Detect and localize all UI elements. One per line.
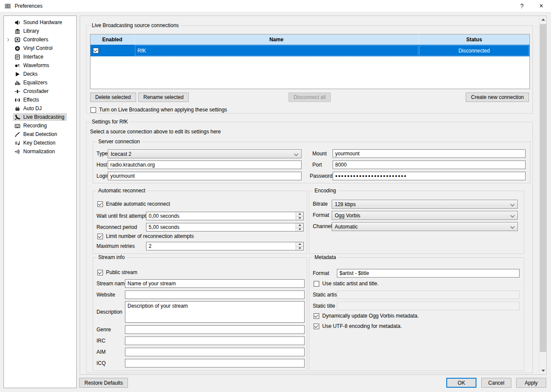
restore-defaults-button[interactable]: Restore Defaults	[79, 378, 128, 388]
sidebar-item-normalization[interactable]: Normalization	[4, 147, 76, 156]
reconnect-period-input[interactable]	[146, 223, 296, 231]
sidebar-item-sound-hardware[interactable]: Sound Hardware	[4, 18, 76, 27]
content-scrollbar[interactable]	[539, 16, 546, 374]
sidebar-item-decks[interactable]: Decks	[4, 70, 76, 78]
spin-down-button[interactable]	[296, 228, 303, 231]
aim-input[interactable]	[125, 348, 305, 356]
public-stream-checkbox[interactable]	[97, 270, 103, 275]
connections-table: Enabled Name Status RfK Disconnected	[90, 34, 530, 89]
genre-input[interactable]	[125, 325, 305, 334]
description-label: Description	[97, 308, 122, 316]
apply-button[interactable]: Apply	[516, 378, 546, 388]
spin-up-button[interactable]	[296, 212, 303, 216]
sidebar-item-effects[interactable]: Effects	[4, 96, 76, 104]
spin-down-button[interactable]	[296, 216, 303, 220]
sidebar-item-waveforms[interactable]: Waveforms	[4, 61, 76, 70]
login-input[interactable]	[108, 172, 302, 180]
maximum-retries-spinbox[interactable]	[146, 242, 304, 250]
utf8-encoding-checkbox[interactable]	[314, 324, 319, 329]
metadata-format-label: Format	[313, 269, 329, 278]
table-header: Enabled Name Status	[90, 34, 529, 45]
connection-status-cell: Disconnected	[419, 45, 529, 56]
sidebar-item-crossfader[interactable]: Crossfader	[4, 87, 76, 96]
settings-hint: Select a source connection above to edit…	[90, 127, 221, 136]
scrollbar-thumb[interactable]	[540, 24, 546, 352]
wait-until-first-attempt-input[interactable]	[146, 212, 296, 220]
group-title: Encoding	[313, 188, 338, 194]
column-header-name[interactable]: Name	[134, 34, 419, 45]
column-header-status[interactable]: Status	[419, 34, 529, 45]
delete-selected-button[interactable]: Delete selected	[90, 93, 136, 102]
column-header-enabled[interactable]: Enabled	[90, 34, 134, 45]
format-select[interactable]: Ogg Vorbis	[332, 211, 518, 220]
turn-on-broadcasting-checkbox[interactable]	[90, 107, 96, 113]
enable-automatic-reconnect-checkbox[interactable]	[97, 201, 103, 207]
sidebar-item-key-detection[interactable]: Key Detection	[4, 139, 76, 147]
spin-up-button[interactable]	[296, 223, 303, 228]
bitrate-label: Bitrate	[313, 200, 328, 208]
static-title-input[interactable]	[337, 302, 520, 310]
chevron-down-icon	[511, 225, 515, 229]
play-icon	[14, 71, 21, 77]
host-input[interactable]	[108, 161, 302, 169]
row-enabled-checkbox[interactable]	[93, 48, 99, 53]
login-label: Login	[97, 172, 109, 180]
aim-label: AIM	[97, 348, 106, 356]
connection-name-cell[interactable]: RfK	[134, 45, 419, 56]
wait-until-first-attempt-spinbox[interactable]	[146, 212, 304, 220]
expand-chevron-icon[interactable]	[4, 35, 13, 44]
create-new-connection-button[interactable]: Create new connection	[466, 93, 529, 102]
mount-label: Mount	[312, 149, 327, 158]
use-static-artist-title-label: Use static artist and title.	[322, 281, 379, 287]
port-input[interactable]	[333, 161, 526, 169]
sidebar-item-interface[interactable]: Interface	[4, 52, 76, 61]
scroll-up-button[interactable]	[539, 16, 547, 23]
use-static-artist-title-checkbox[interactable]	[314, 281, 319, 287]
metadata-format-input[interactable]	[337, 269, 520, 278]
speaker-icon	[14, 19, 21, 25]
sidebar-item-library[interactable]: Library	[4, 27, 76, 35]
mount-input[interactable]	[333, 149, 526, 158]
help-button[interactable]: ?	[512, 0, 532, 12]
password-label: Password	[310, 172, 333, 180]
password-input[interactable]	[333, 172, 526, 180]
sidebar-item-auto-dj[interactable]: Auto DJ	[4, 104, 76, 113]
sidebar-item-vinyl-control[interactable]: Vinyl Control	[4, 44, 76, 52]
spin-down-button[interactable]	[296, 247, 303, 250]
dynamically-update-metadata-checkbox[interactable]	[314, 313, 319, 319]
disconnect-all-button[interactable]: Disconnect all	[288, 93, 331, 102]
reconnect-period-spinbox[interactable]	[146, 223, 304, 231]
group-title: Settings for RfK	[90, 119, 130, 125]
type-select[interactable]: Icecast 2	[108, 149, 302, 158]
sidebar-item-recording[interactable]: Recording	[4, 121, 76, 130]
ok-button[interactable]: OK	[446, 378, 476, 388]
static-title-label: Static title	[313, 302, 335, 310]
public-stream-label: Public stream	[106, 269, 137, 275]
interface-icon	[14, 54, 21, 60]
website-input[interactable]	[125, 290, 305, 299]
spin-up-button[interactable]	[296, 242, 303, 247]
maximum-retries-input[interactable]	[146, 242, 296, 250]
stream-name-input[interactable]	[125, 279, 305, 288]
scroll-down-button[interactable]	[539, 367, 547, 374]
limit-reconnection-attempts-checkbox[interactable]	[97, 234, 103, 239]
bitrate-select[interactable]: 128 kbps	[332, 200, 518, 209]
sidebar-item-beat-detection[interactable]: Beat Detection	[4, 130, 76, 139]
title-bar: Preferences ? ×	[0, 0, 551, 12]
icq-input[interactable]	[125, 359, 305, 367]
enable-automatic-reconnect-label: Enable automatic reconnect	[106, 201, 170, 207]
pencil-icon	[14, 131, 21, 137]
close-button[interactable]: ×	[532, 0, 551, 12]
sidebar-item-live-broadcasting[interactable]: Live Broadcasting	[4, 113, 76, 121]
irc-input[interactable]	[125, 336, 305, 345]
preferences-sidebar: Sound Hardware Library Controllers Vinyl…	[3, 15, 77, 388]
channels-select[interactable]: Automatic	[332, 222, 518, 231]
vinyl-icon	[14, 45, 21, 51]
cancel-button[interactable]: Cancel	[481, 378, 511, 388]
table-row[interactable]: RfK Disconnected	[90, 45, 529, 56]
static-artist-input[interactable]	[337, 290, 520, 299]
rename-selected-button[interactable]: Rename selected	[138, 93, 189, 102]
sidebar-item-controllers[interactable]: Controllers	[4, 35, 76, 44]
sidebar-item-equalizers[interactable]: Equalizers	[4, 78, 76, 87]
description-textarea[interactable]	[125, 301, 305, 323]
